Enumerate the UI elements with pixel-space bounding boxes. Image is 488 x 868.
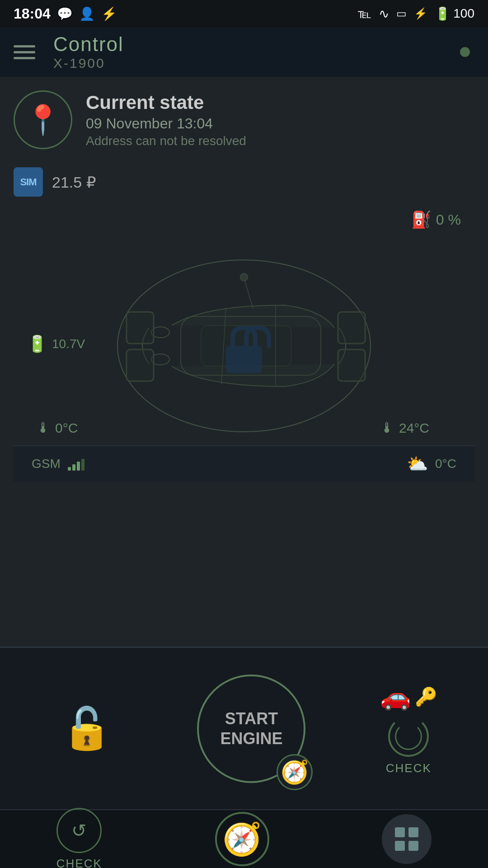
nav-check-label: CHECK: [56, 857, 102, 868]
time-display: 18:04: [14, 5, 51, 22]
settings-dot[interactable]: [460, 47, 470, 57]
fuel-indicator: ⛽ 0 %: [411, 210, 461, 229]
check-spinner: [388, 716, 429, 757]
status-bar: 18:04 💬 👤 ⚡ ℡ ∿ ▭ ⚡ 🔋 100: [0, 0, 488, 27]
bottom-action-section: 🔓 START ENGINE 🧭 🚗 🔑: [0, 646, 488, 868]
nav-check-icon: ↺: [71, 820, 87, 841]
outside-temp-indicator: 🌡 0°C: [36, 420, 78, 436]
nav-compass-button[interactable]: 🧭: [215, 812, 269, 866]
state-info: Current state 09 November 13:04 Address …: [86, 92, 246, 148]
bottom-status-bar: GSM ⛅ 0°C: [14, 445, 474, 481]
car-top-view-svg: [81, 237, 407, 454]
thermometer-inside-icon: 🌡: [380, 420, 394, 436]
status-time: 18:04 💬 👤 ⚡: [14, 5, 117, 22]
unlock-icon: 🔓: [61, 705, 112, 752]
nav-check-button[interactable]: ↺ CHECK: [56, 808, 102, 868]
nav-compass-circle: 🧭: [215, 812, 269, 866]
inside-temp-value: 24°C: [399, 420, 429, 436]
svg-point-12: [240, 274, 248, 281]
nav-check-circle: ↺: [56, 808, 102, 853]
start-engine-button[interactable]: START ENGINE 🧭: [197, 675, 305, 783]
battery-block: 🔋 100: [435, 6, 474, 21]
sim-card-icon: ▭: [396, 7, 407, 20]
sim-icon: SIM: [14, 167, 43, 197]
nav-compass-icon: 🧭: [222, 821, 262, 858]
battery-car-icon: 🔋: [27, 335, 47, 354]
message-icon: 💬: [57, 6, 73, 21]
toolbar-subtitle: X-1900: [53, 56, 124, 71]
bottom-nav-row: ↺ CHECK 🧭: [0, 809, 488, 868]
action-row: 🔓 START ENGINE 🧭 🚗 🔑: [0, 648, 488, 809]
svg-rect-17: [408, 841, 418, 851]
nav-grid-circle: [382, 814, 432, 864]
key-icon: 🔑: [415, 686, 437, 708]
person-icon: 👤: [79, 6, 95, 21]
usb-icon: ⚡: [101, 6, 117, 21]
svg-rect-8: [338, 312, 365, 344]
fuel-percent: 0 %: [436, 212, 461, 228]
menu-button[interactable]: [14, 45, 35, 59]
charging-icon: ⚡: [414, 7, 427, 20]
weather-icon: ⛅: [407, 454, 428, 474]
svg-rect-7: [127, 349, 154, 381]
start-engine-label: START ENGINE: [220, 709, 282, 748]
status-icons: ℡ ∿ ▭ ⚡ 🔋 100: [358, 6, 474, 21]
toolbar-title: Control: [53, 33, 124, 56]
check-car-button[interactable]: 🚗 🔑 CHECK: [380, 682, 437, 775]
outside-temp-value: 0°C: [55, 420, 78, 436]
check-car-label: CHECK: [386, 761, 432, 775]
car-diagram: [59, 228, 429, 463]
battery-icon: 🔋: [435, 6, 450, 21]
battery-level: 100: [453, 6, 474, 21]
current-state-section: 📍 Current state 09 November 13:04 Addres…: [14, 90, 474, 149]
compass-icon: 🧭: [281, 759, 309, 785]
svg-rect-14: [395, 827, 405, 837]
toolbar: Control X-1900: [0, 27, 488, 77]
svg-rect-15: [408, 827, 418, 837]
fuel-icon: ⛽: [411, 210, 432, 229]
inside-temp-indicator: 🌡 24°C: [380, 420, 429, 436]
svg-rect-6: [127, 312, 154, 344]
sim-row: SIM 21.5 ₽: [14, 167, 474, 197]
gsm-label: GSM: [32, 457, 61, 471]
nav-grid-button[interactable]: [382, 814, 432, 864]
weather-temp: 0°C: [435, 457, 456, 471]
car-area: ⛽ 0 % 🔋 10.7V: [14, 210, 474, 481]
state-title: Current state: [86, 92, 246, 113]
svg-rect-9: [338, 349, 365, 381]
svg-line-11: [244, 278, 253, 309]
toolbar-titles: Control X-1900: [53, 33, 124, 71]
gsm-indicator: GSM: [32, 457, 84, 471]
svg-rect-13: [226, 346, 262, 373]
wifi-icon: ∿: [379, 6, 389, 21]
sim-balance: 21.5 ₽: [52, 173, 96, 191]
unlock-button[interactable]: 🔓: [51, 693, 123, 765]
location-pin-icon: 📍: [25, 103, 61, 137]
thermometer-outside-icon: 🌡: [36, 420, 51, 436]
svg-rect-16: [395, 841, 405, 851]
signal-bar-1: [68, 467, 71, 471]
weather-indicator: ⛅ 0°C: [407, 454, 456, 474]
signal-bar-3: [77, 462, 80, 471]
gsm-signal-bars: [68, 457, 84, 471]
compass-icon-overlay: 🧭: [277, 754, 313, 790]
grid-icon-svg: [393, 826, 420, 853]
signal-bar-4: [81, 459, 84, 471]
bluetooth-icon: ℡: [358, 6, 371, 21]
car-icon: 🚗: [380, 682, 411, 712]
signal-bar-2: [72, 464, 75, 471]
state-date: 09 November 13:04: [86, 115, 246, 132]
location-icon-circle: 📍: [14, 90, 72, 149]
state-address: Address can not be resolved: [86, 134, 246, 148]
